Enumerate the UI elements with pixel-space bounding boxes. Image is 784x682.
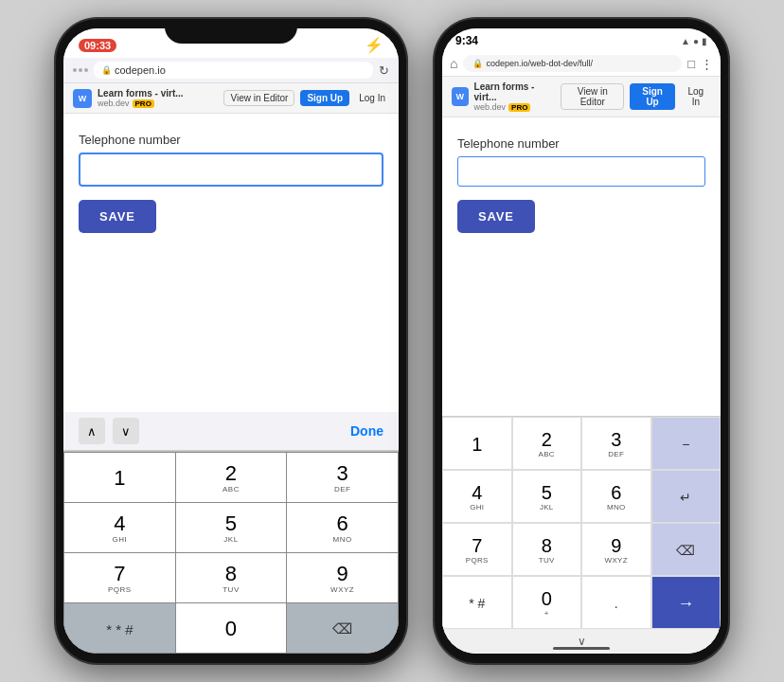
toolbar-site-info-left: Learn forms - virt... web.dev PRO xyxy=(98,88,184,108)
key-5[interactable]: 5 JKL xyxy=(176,503,287,552)
kb-arrow-down[interactable]: ∨ xyxy=(113,418,139,444)
view-in-editor-btn-left[interactable]: View in Editor xyxy=(223,90,294,106)
android-bottom-bar: ∨ xyxy=(442,629,721,654)
and-key-backspace[interactable]: ⌫ xyxy=(651,523,722,576)
android-toolbar: W Learn forms - virt... web.dev PRO View… xyxy=(442,77,721,117)
toolbar-site-info-right: Learn forms - virt... web.dev PRO xyxy=(474,81,549,112)
save-btn-right[interactable]: SAVE xyxy=(457,200,535,233)
and-key-dot[interactable]: . xyxy=(581,576,651,629)
ios-url-text: codepen.io xyxy=(115,64,166,76)
login-btn-right[interactable]: Log In xyxy=(681,84,711,109)
ios-status-icons: ⚡ xyxy=(365,36,383,54)
android-keyboard: 1 2 ABC 3 DEF − 4 xyxy=(442,416,721,654)
android-action-icons: □ ⋮ xyxy=(687,57,713,71)
ios-url-bar[interactable]: 🔒 codepen.io xyxy=(94,62,373,79)
ios-browser-bar[interactable]: 🔒 codepen.io ↻ xyxy=(63,58,399,83)
screen-right: 9:34 ▲ ● ▮ ⌂ 🔒 codepen.io/web-dot-dev/fu… xyxy=(442,28,721,654)
kb-arrow-up[interactable]: ∧ xyxy=(79,418,105,444)
ios-page-content: Telephone number SAVE xyxy=(63,114,399,412)
android-lock-icon: 🔒 xyxy=(472,59,483,68)
wifi-icon: ▲ xyxy=(681,36,690,46)
key-4[interactable]: 4 GHI xyxy=(64,503,175,552)
kb-done-btn[interactable]: Done xyxy=(350,423,383,439)
android-chevron-down: ∨ xyxy=(578,635,586,648)
and-key-7[interactable]: 7 PQRS xyxy=(442,523,512,576)
tel-input-right[interactable] xyxy=(457,156,705,187)
toolbar-site-name-left: Learn forms - virt... xyxy=(98,88,184,99)
phone-left: 09:33 ⚡ 🔒 codepen.io ↻ xyxy=(56,19,406,663)
key-7[interactable]: 7 PQRS xyxy=(64,553,175,602)
pro-badge-left: PRO xyxy=(133,99,154,108)
and-key-4[interactable]: 4 GHI xyxy=(442,470,512,523)
reload-button[interactable]: ↻ xyxy=(379,63,389,78)
status-time-left: 09:33 xyxy=(79,39,116,52)
android-status-icons: ▲ ● ▮ xyxy=(681,36,707,46)
toolbar-site-name-right: Learn forms - virt... xyxy=(474,81,549,102)
android-tabs-icon[interactable]: □ xyxy=(687,57,695,71)
key-8[interactable]: 8 TUV xyxy=(176,553,287,602)
and-key-8[interactable]: 8 TUV xyxy=(512,523,582,576)
signup-btn-right[interactable]: Sign Up xyxy=(630,83,674,110)
and-key-enter[interactable]: ↵ xyxy=(651,470,722,523)
key-2[interactable]: 2 ABC xyxy=(176,453,287,502)
android-time: 9:34 xyxy=(455,34,478,47)
browser-dots xyxy=(73,68,88,72)
pro-badge-right: PRO xyxy=(508,103,530,112)
and-key-9[interactable]: 9 WXYZ xyxy=(581,523,651,576)
signal-icon: ● xyxy=(693,36,699,46)
toolbar-logo-right: W xyxy=(452,87,469,106)
and-key-0[interactable]: 0 + xyxy=(512,576,582,629)
signup-btn-left[interactable]: Sign Up xyxy=(300,90,349,106)
key-delete[interactable]: ⌫ xyxy=(287,603,398,653)
android-menu-icon[interactable]: ⋮ xyxy=(701,57,713,71)
android-key-grid: 1 2 ABC 3 DEF − 4 xyxy=(442,417,721,629)
android-home-indicator xyxy=(553,647,610,650)
key-sym[interactable]: * * # xyxy=(64,603,175,653)
and-key-go[interactable]: → xyxy=(651,576,722,629)
ios-keyboard: 1 2 ABC 3 DEF 4 GHI xyxy=(63,451,399,654)
notch-left xyxy=(165,19,297,44)
kb-nav-arrows[interactable]: ∧ ∨ xyxy=(79,418,139,444)
key-3[interactable]: 3 DEF xyxy=(287,453,398,502)
tel-label-right: Telephone number xyxy=(457,136,705,151)
home-indicator-left xyxy=(193,646,269,650)
toolbar-sub-left: web.dev PRO xyxy=(98,99,184,108)
toolbar-sub-right: web.dev PRO xyxy=(474,102,549,112)
android-home-icon[interactable]: ⌂ xyxy=(450,56,457,71)
battery-icon-android: ▮ xyxy=(702,36,707,46)
and-key-5[interactable]: 5 JKL xyxy=(512,470,582,523)
android-status-bar: 9:34 ▲ ● ▮ xyxy=(442,28,721,51)
and-key-minus[interactable]: − xyxy=(651,417,722,470)
android-page-content: Telephone number SAVE xyxy=(442,117,721,416)
phone-right: 9:34 ▲ ● ▮ ⌂ 🔒 codepen.io/web-dot-dev/fu… xyxy=(435,19,728,663)
login-btn-left[interactable]: Log In xyxy=(355,91,389,105)
key-1[interactable]: 1 xyxy=(64,453,175,502)
save-btn-left[interactable]: SAVE xyxy=(79,200,156,233)
ios-keyboard-nav: ∧ ∨ Done xyxy=(63,412,399,451)
android-browser-bar[interactable]: ⌂ 🔒 codepen.io/web-dot-dev/full/ □ ⋮ xyxy=(442,51,721,77)
tel-input-left[interactable] xyxy=(79,153,383,187)
toolbar-logo-left: W xyxy=(73,89,92,108)
android-url-bar[interactable]: 🔒 codepen.io/web-dot-dev/full/ xyxy=(463,55,682,72)
and-key-2[interactable]: 2 ABC xyxy=(512,417,582,470)
view-in-editor-btn-right[interactable]: View in Editor xyxy=(561,83,624,110)
ios-toolbar: W Learn forms - virt... web.dev PRO View… xyxy=(63,83,399,114)
phones-container: 09:33 ⚡ 🔒 codepen.io ↻ xyxy=(0,0,784,682)
and-key-star-hash[interactable]: * # xyxy=(442,576,512,629)
android-url-text: codepen.io/web-dot-dev/full/ xyxy=(486,59,593,68)
key-9[interactable]: 9 WXYZ xyxy=(287,553,398,602)
key-6[interactable]: 6 MNO xyxy=(287,503,398,552)
ios-key-grid: 1 2 ABC 3 DEF 4 GHI xyxy=(63,452,399,654)
battery-icon: ⚡ xyxy=(365,36,383,54)
and-key-1[interactable]: 1 xyxy=(442,417,512,470)
screen-left: 09:33 ⚡ 🔒 codepen.io ↻ xyxy=(63,28,399,654)
and-key-3[interactable]: 3 DEF xyxy=(581,417,651,470)
and-key-6[interactable]: 6 MNO xyxy=(581,470,651,523)
lock-icon: 🔒 xyxy=(101,65,112,75)
tel-label-left: Telephone number xyxy=(79,133,383,147)
